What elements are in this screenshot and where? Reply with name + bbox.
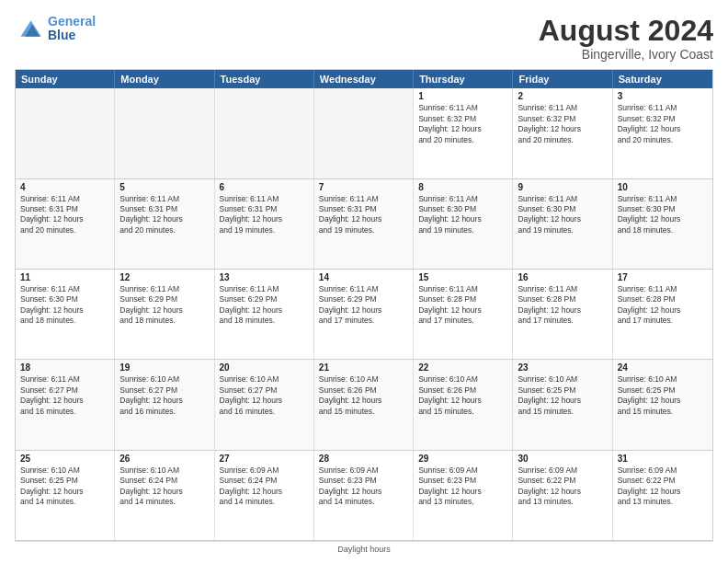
- cal-cell: 4Sunrise: 6:11 AM Sunset: 6:31 PM Daylig…: [16, 179, 115, 269]
- day-number: 27: [220, 454, 309, 464]
- cal-cell: 17Sunrise: 6:11 AM Sunset: 6:28 PM Dayli…: [613, 270, 712, 359]
- day-number: 18: [20, 362, 109, 373]
- day-info: Sunrise: 6:11 AM Sunset: 6:28 PM Dayligh…: [618, 284, 708, 327]
- page: General Blue August 2024 Bingerville, Iv…: [0, 0, 728, 563]
- day-info: Sunrise: 6:10 AM Sunset: 6:24 PM Dayligh…: [119, 465, 209, 508]
- day-number: 13: [220, 272, 309, 282]
- day-info: Sunrise: 6:11 AM Sunset: 6:31 PM Dayligh…: [220, 194, 309, 236]
- day-number: 23: [518, 362, 607, 373]
- day-info: Sunrise: 6:09 AM Sunset: 6:22 PM Dayligh…: [518, 465, 607, 508]
- cal-cell: 27Sunrise: 6:09 AM Sunset: 6:24 PM Dayli…: [215, 451, 314, 540]
- day-info: Sunrise: 6:11 AM Sunset: 6:28 PM Dayligh…: [418, 284, 507, 327]
- header-day-thursday: Thursday: [414, 70, 513, 88]
- header-day-sunday: Sunday: [16, 70, 115, 88]
- day-number: 12: [119, 272, 209, 282]
- title-block: August 2024 Bingerville, Ivory Coast: [539, 15, 713, 62]
- cal-cell: 23Sunrise: 6:10 AM Sunset: 6:25 PM Dayli…: [513, 360, 612, 449]
- cal-cell: 20Sunrise: 6:10 AM Sunset: 6:27 PM Dayli…: [215, 360, 314, 449]
- day-info: Sunrise: 6:11 AM Sunset: 6:27 PM Dayligh…: [20, 374, 109, 417]
- day-info: Sunrise: 6:11 AM Sunset: 6:31 PM Dayligh…: [119, 194, 209, 236]
- logo-text: General Blue: [48, 15, 96, 43]
- cal-cell: 14Sunrise: 6:11 AM Sunset: 6:29 PM Dayli…: [314, 270, 414, 359]
- cal-cell: 29Sunrise: 6:09 AM Sunset: 6:23 PM Dayli…: [414, 451, 513, 540]
- cal-cell: 1Sunrise: 6:11 AM Sunset: 6:32 PM Daylig…: [414, 88, 513, 178]
- subtitle: Bingerville, Ivory Coast: [539, 47, 713, 62]
- day-info: Sunrise: 6:11 AM Sunset: 6:31 PM Dayligh…: [20, 194, 109, 236]
- logo-line1: General: [48, 14, 96, 29]
- cal-row-3: 11Sunrise: 6:11 AM Sunset: 6:30 PM Dayli…: [16, 269, 712, 359]
- header-day-saturday: Saturday: [613, 70, 712, 88]
- cal-cell: 10Sunrise: 6:11 AM Sunset: 6:30 PM Dayli…: [613, 179, 712, 269]
- logo-icon: [15, 16, 44, 41]
- day-number: 24: [618, 362, 708, 373]
- day-number: 6: [220, 182, 309, 192]
- day-number: 31: [618, 454, 708, 464]
- header-day-tuesday: Tuesday: [215, 70, 314, 88]
- cal-cell: 2Sunrise: 6:11 AM Sunset: 6:32 PM Daylig…: [513, 88, 612, 178]
- header-day-monday: Monday: [115, 70, 214, 88]
- day-info: Sunrise: 6:09 AM Sunset: 6:23 PM Dayligh…: [418, 465, 507, 508]
- cal-row-4: 18Sunrise: 6:11 AM Sunset: 6:27 PM Dayli…: [16, 359, 712, 449]
- day-number: 11: [20, 272, 109, 282]
- day-info: Sunrise: 6:11 AM Sunset: 6:29 PM Dayligh…: [119, 284, 209, 327]
- day-info: Sunrise: 6:10 AM Sunset: 6:26 PM Dayligh…: [319, 374, 408, 417]
- day-info: Sunrise: 6:11 AM Sunset: 6:30 PM Dayligh…: [20, 284, 109, 327]
- calendar: SundayMondayTuesdayWednesdayThursdayFrid…: [15, 69, 713, 541]
- day-number: 14: [319, 272, 408, 282]
- cal-cell: 11Sunrise: 6:11 AM Sunset: 6:30 PM Dayli…: [16, 270, 115, 359]
- day-number: 1: [418, 91, 507, 101]
- day-info: Sunrise: 6:09 AM Sunset: 6:24 PM Dayligh…: [220, 465, 309, 508]
- day-info: Sunrise: 6:11 AM Sunset: 6:28 PM Dayligh…: [518, 284, 607, 327]
- cal-cell: 25Sunrise: 6:10 AM Sunset: 6:25 PM Dayli…: [16, 451, 115, 540]
- cal-row-1: 1Sunrise: 6:11 AM Sunset: 6:32 PM Daylig…: [16, 88, 712, 178]
- day-info: Sunrise: 6:11 AM Sunset: 6:31 PM Dayligh…: [319, 194, 408, 236]
- cal-cell: 9Sunrise: 6:11 AM Sunset: 6:30 PM Daylig…: [513, 179, 612, 269]
- day-number: 10: [618, 182, 708, 192]
- day-info: Sunrise: 6:10 AM Sunset: 6:25 PM Dayligh…: [518, 374, 607, 417]
- logo-line2: Blue: [48, 28, 75, 42]
- day-number: 9: [518, 182, 607, 192]
- cal-cell: [16, 88, 115, 178]
- cal-cell: [115, 88, 214, 178]
- day-number: 25: [20, 454, 109, 464]
- day-info: Sunrise: 6:10 AM Sunset: 6:25 PM Dayligh…: [20, 465, 109, 508]
- cal-cell: 12Sunrise: 6:11 AM Sunset: 6:29 PM Dayli…: [115, 270, 214, 359]
- day-number: 7: [319, 182, 408, 192]
- day-info: Sunrise: 6:10 AM Sunset: 6:26 PM Dayligh…: [418, 374, 507, 417]
- day-number: 30: [518, 454, 607, 464]
- cal-cell: 30Sunrise: 6:09 AM Sunset: 6:22 PM Dayli…: [513, 451, 612, 540]
- day-number: 20: [220, 362, 309, 373]
- cal-row-5: 25Sunrise: 6:10 AM Sunset: 6:25 PM Dayli…: [16, 450, 712, 540]
- logo: General Blue: [15, 15, 96, 43]
- cal-cell: 3Sunrise: 6:11 AM Sunset: 6:32 PM Daylig…: [613, 88, 712, 178]
- cal-cell: 28Sunrise: 6:09 AM Sunset: 6:23 PM Dayli…: [314, 451, 414, 540]
- cal-cell: 26Sunrise: 6:10 AM Sunset: 6:24 PM Dayli…: [115, 451, 214, 540]
- calendar-header: SundayMondayTuesdayWednesdayThursdayFrid…: [16, 70, 712, 88]
- cal-cell: 6Sunrise: 6:11 AM Sunset: 6:31 PM Daylig…: [215, 179, 314, 269]
- cal-cell: 22Sunrise: 6:10 AM Sunset: 6:26 PM Dayli…: [414, 360, 513, 449]
- day-number: 4: [20, 182, 109, 192]
- day-info: Sunrise: 6:11 AM Sunset: 6:29 PM Dayligh…: [319, 284, 408, 327]
- day-info: Sunrise: 6:11 AM Sunset: 6:32 PM Dayligh…: [518, 103, 607, 145]
- header-day-wednesday: Wednesday: [314, 70, 414, 88]
- day-info: Sunrise: 6:11 AM Sunset: 6:32 PM Dayligh…: [618, 103, 708, 145]
- cal-cell: 19Sunrise: 6:10 AM Sunset: 6:27 PM Dayli…: [115, 360, 214, 449]
- calendar-body: 1Sunrise: 6:11 AM Sunset: 6:32 PM Daylig…: [16, 88, 712, 540]
- day-info: Sunrise: 6:10 AM Sunset: 6:27 PM Dayligh…: [119, 374, 209, 417]
- cal-cell: 16Sunrise: 6:11 AM Sunset: 6:28 PM Dayli…: [513, 270, 612, 359]
- cal-cell: [215, 88, 314, 178]
- cal-cell: 13Sunrise: 6:11 AM Sunset: 6:29 PM Dayli…: [215, 270, 314, 359]
- day-number: 8: [418, 182, 507, 192]
- day-number: 19: [119, 362, 209, 373]
- day-number: 17: [618, 272, 708, 282]
- cal-cell: 8Sunrise: 6:11 AM Sunset: 6:30 PM Daylig…: [414, 179, 513, 269]
- day-number: 21: [319, 362, 408, 373]
- day-number: 16: [518, 272, 607, 282]
- day-number: 2: [518, 91, 607, 101]
- cal-cell: 18Sunrise: 6:11 AM Sunset: 6:27 PM Dayli…: [16, 360, 115, 449]
- day-info: Sunrise: 6:11 AM Sunset: 6:30 PM Dayligh…: [618, 194, 708, 236]
- cal-cell: 31Sunrise: 6:09 AM Sunset: 6:22 PM Dayli…: [613, 451, 712, 540]
- day-info: Sunrise: 6:11 AM Sunset: 6:32 PM Dayligh…: [418, 103, 507, 145]
- day-number: 5: [119, 182, 209, 192]
- day-number: 3: [618, 91, 708, 101]
